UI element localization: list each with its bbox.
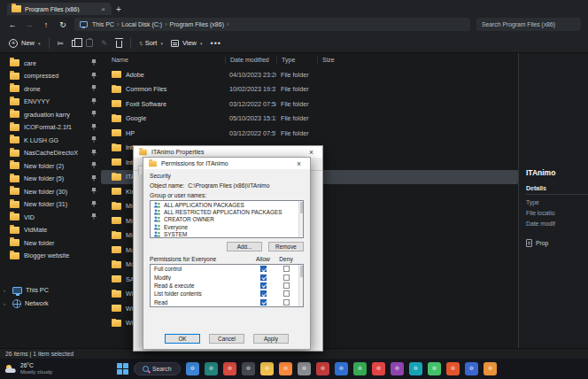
forward-button[interactable]: → xyxy=(24,20,35,29)
sidebar-item[interactable]: New folder xyxy=(0,236,101,250)
close-tab-icon[interactable]: × xyxy=(99,5,107,13)
sidebar-item[interactable]: compressed xyxy=(0,70,101,83)
groups-listbox[interactable]: ALL APPLICATION PACKAGESALL RESTRICTED A… xyxy=(150,200,304,238)
permissions-listbox[interactable]: Full controlModifyRead & executeList fol… xyxy=(150,264,304,307)
file-row[interactable]: Adobe04/10/2023 23:20File folder xyxy=(101,67,518,82)
add-button[interactable]: Add... xyxy=(227,242,262,251)
ok-button[interactable]: OK xyxy=(165,334,200,344)
sidebar-item[interactable]: VID xyxy=(0,211,101,224)
file-row[interactable]: Google05/10/2023 15:11File folder xyxy=(101,112,518,127)
taskbar-app-icon[interactable] xyxy=(316,362,329,375)
permission-row: List folder contents xyxy=(151,290,298,298)
rename-button[interactable]: ✎ xyxy=(101,39,108,48)
file-row[interactable]: Common Files10/02/2023 19:37File folder xyxy=(101,82,518,97)
scrollbar[interactable] xyxy=(298,265,303,306)
deny-checkbox[interactable] xyxy=(283,275,290,281)
taskbar-app-icon[interactable] xyxy=(223,362,236,375)
group-item[interactable]: SYSTEM xyxy=(151,231,298,238)
breadcrumb-item[interactable]: Program Files (x86) xyxy=(169,21,225,27)
taskbar-app-icon[interactable] xyxy=(391,362,404,375)
sort-button[interactable]: ↑↓ Sort ▾ xyxy=(139,39,163,47)
copy-button[interactable] xyxy=(72,40,78,47)
sidebar-item[interactable]: New folder (5) xyxy=(0,173,101,186)
taskbar-app-icon[interactable] xyxy=(186,362,199,375)
allow-checkbox[interactable] xyxy=(260,275,267,281)
permissions-dialog-titlebar[interactable]: Permissions for ITAnimo × xyxy=(143,158,310,169)
new-tab-button[interactable]: + xyxy=(112,4,126,14)
new-button[interactable]: + New ▾ xyxy=(9,39,41,48)
file-row[interactable]: Foxit Software03/12/2022 07:58File folde… xyxy=(101,97,518,112)
close-icon[interactable]: × xyxy=(292,159,306,168)
sidebar-item-this-pc[interactable]: ›This PC xyxy=(0,283,101,297)
up-button[interactable]: ↑ xyxy=(41,20,51,29)
taskbar-app-icon[interactable] xyxy=(409,362,422,375)
allow-checkbox[interactable] xyxy=(260,266,267,272)
taskbar-app-icon[interactable] xyxy=(260,362,274,375)
refresh-button[interactable]: ↻ xyxy=(58,20,68,29)
sidebar-item[interactable]: ICOFormat-2.1f1 xyxy=(0,121,101,135)
sidebar-item[interactable]: ENVYYY xyxy=(0,96,101,109)
explorer-tab[interactable]: Program Files (x86) × xyxy=(7,3,112,15)
taskbar-app-icon[interactable] xyxy=(205,362,218,375)
delete-button[interactable] xyxy=(116,41,122,48)
search-input[interactable]: Search Program Files (x86) xyxy=(476,18,581,31)
column-header-type[interactable]: Type xyxy=(276,57,317,64)
deny-checkbox[interactable] xyxy=(283,299,290,306)
taskbar-app-icon[interactable] xyxy=(335,362,348,375)
column-header-name[interactable]: Name xyxy=(112,57,225,64)
cut-button[interactable]: ✂ xyxy=(58,39,65,48)
taskbar-app-icon[interactable] xyxy=(484,362,497,375)
properties-link[interactable]: Prop xyxy=(526,239,588,247)
taskbar-app-icon[interactable] xyxy=(353,362,367,375)
deny-checkbox[interactable] xyxy=(283,266,290,272)
remove-button[interactable]: Remove xyxy=(268,242,304,251)
file-row[interactable]: HP03/12/2022 07:57File folder xyxy=(101,126,518,141)
sidebar-item-network[interactable]: ›Network xyxy=(0,297,101,310)
column-header-size[interactable]: Size xyxy=(317,57,352,64)
allow-checkbox[interactable] xyxy=(260,299,267,306)
taskbar-app-icon[interactable] xyxy=(428,362,441,375)
deny-checkbox[interactable] xyxy=(283,282,290,289)
sidebar-item[interactable]: drone xyxy=(0,82,101,96)
sidebar-item[interactable]: New folder (2) xyxy=(0,159,101,173)
taskbar-app-icon[interactable] xyxy=(298,362,311,375)
folder-icon xyxy=(112,129,121,136)
breadcrumb-item[interactable]: Local Disk (C:) xyxy=(120,21,163,27)
start-button[interactable] xyxy=(117,363,128,375)
column-header-date[interactable]: Date modified xyxy=(225,57,276,64)
sidebar-item[interactable]: care xyxy=(0,57,101,70)
taskbar-app-icon[interactable] xyxy=(372,362,385,375)
apply-button[interactable]: Apply xyxy=(253,334,289,344)
group-item[interactable]: ALL RESTRICTED APPLICATION PACKAGES xyxy=(151,208,298,215)
breadcrumb-item[interactable]: This PC xyxy=(91,21,115,27)
address-bar[interactable]: This PC›Local Disk (C:)›Program Files (x… xyxy=(74,18,470,31)
taskbar-app-icon[interactable] xyxy=(446,362,460,375)
taskbar-search[interactable]: Search xyxy=(134,362,181,375)
sidebar-item[interactable]: NasCacheDirectoX xyxy=(0,147,101,160)
sidebar-item[interactable]: VidMate xyxy=(0,224,101,237)
view-button[interactable]: View ▾ xyxy=(171,39,203,47)
allow-checkbox[interactable] xyxy=(260,282,267,289)
taskbar-app-icon[interactable] xyxy=(279,362,292,375)
sidebar-item[interactable]: Blogger website xyxy=(0,250,101,263)
deny-checkbox[interactable] xyxy=(283,290,290,297)
back-button[interactable]: ← xyxy=(7,20,18,29)
sidebar-item[interactable]: graduation karry xyxy=(0,108,101,121)
allow-checkbox[interactable] xyxy=(260,290,267,297)
weather-widget[interactable]: 26°C Mostly cloudy xyxy=(0,362,117,375)
group-item[interactable]: CREATOR OWNER xyxy=(151,216,298,223)
permissions-dialog-title: Permissions for ITAnimo xyxy=(161,160,228,166)
tab-security[interactable]: Security xyxy=(150,173,304,179)
group-item[interactable]: ALL APPLICATION PACKAGES xyxy=(151,201,298,208)
sidebar-item[interactable]: K LUSH GG xyxy=(0,134,101,147)
scrollbar[interactable] xyxy=(298,201,303,237)
paste-button[interactable] xyxy=(86,39,93,47)
taskbar-app-icon[interactable] xyxy=(242,362,255,375)
sidebar-item[interactable]: New folder (30) xyxy=(0,185,101,198)
cancel-button[interactable]: Cancel xyxy=(209,334,244,344)
close-icon[interactable]: × xyxy=(305,148,318,157)
more-options-button[interactable]: ••• xyxy=(211,39,221,48)
sidebar-item[interactable]: New folder (31) xyxy=(0,198,101,212)
group-item[interactable]: Everyone xyxy=(151,223,298,230)
taskbar-app-icon[interactable] xyxy=(465,362,478,375)
